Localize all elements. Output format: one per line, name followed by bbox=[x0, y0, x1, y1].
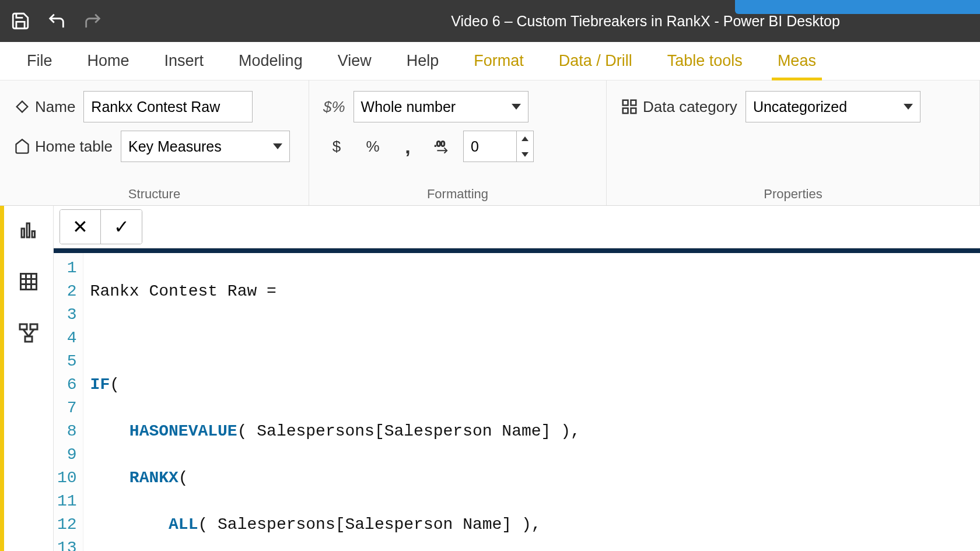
model-view-button[interactable] bbox=[15, 319, 43, 347]
svg-rect-3 bbox=[623, 108, 628, 114]
undo-button[interactable] bbox=[47, 11, 66, 31]
tab-measure-tools[interactable]: Meas bbox=[775, 47, 818, 80]
tab-file[interactable]: File bbox=[24, 47, 55, 80]
quick-access-toolbar bbox=[10, 11, 103, 31]
measure-name-input[interactable] bbox=[83, 91, 253, 122]
tab-table-tools[interactable]: Table tools bbox=[665, 47, 745, 80]
svg-rect-4 bbox=[631, 108, 636, 114]
svg-rect-6 bbox=[27, 223, 30, 237]
decimal-places-spinner[interactable] bbox=[463, 131, 534, 162]
svg-line-17 bbox=[29, 329, 34, 336]
code-keyword: IF bbox=[90, 375, 110, 394]
svg-rect-2 bbox=[631, 100, 636, 106]
line-number: 1 bbox=[57, 257, 77, 280]
chevron-down-icon bbox=[273, 143, 282, 149]
tab-format[interactable]: Format bbox=[471, 47, 526, 80]
decimal-places-input[interactable] bbox=[464, 138, 516, 155]
home-table-select[interactable]: Key Measures bbox=[121, 131, 290, 162]
main-area: ✕ ✓ 1 2 3 4 5 6 7 8 9 10 11 12 13 Rankx … bbox=[0, 206, 980, 551]
line-number: 9 bbox=[57, 443, 77, 466]
code-text: ( bbox=[178, 469, 188, 487]
redo-button[interactable] bbox=[83, 11, 103, 31]
formula-toolbar: ✕ ✓ bbox=[54, 206, 980, 248]
group-label-properties: Properties bbox=[621, 183, 965, 202]
commit-formula-button[interactable]: ✓ bbox=[101, 210, 142, 244]
code-text: ( Salespersons[Salesperson Name] ), bbox=[237, 422, 580, 440]
code-text: ( Salespersons[Salesperson Name] ), bbox=[198, 515, 541, 534]
currency-button[interactable]: $ bbox=[323, 132, 352, 161]
home-table-value: Key Measures bbox=[128, 138, 222, 155]
line-number: 2 bbox=[57, 280, 77, 303]
svg-rect-7 bbox=[32, 231, 35, 238]
code-func: HASONEVALUE bbox=[130, 422, 237, 440]
line-number: 10 bbox=[57, 466, 77, 490]
cancel-formula-button[interactable]: ✕ bbox=[60, 210, 101, 244]
chevron-down-icon bbox=[512, 104, 521, 110]
data-view-button[interactable] bbox=[15, 268, 43, 296]
svg-line-16 bbox=[23, 329, 29, 336]
svg-rect-13 bbox=[20, 324, 27, 329]
home-table-label-text: Home table bbox=[35, 138, 113, 156]
report-view-button[interactable] bbox=[15, 216, 43, 244]
group-label-formatting: Formatting bbox=[323, 183, 592, 202]
tab-modeling[interactable]: Modeling bbox=[236, 47, 305, 80]
format-select[interactable]: Whole number bbox=[354, 91, 528, 122]
line-number: 12 bbox=[57, 513, 77, 536]
data-category-select[interactable]: Uncategorized bbox=[746, 91, 921, 122]
percent-button[interactable]: % bbox=[358, 132, 387, 161]
line-gutter: 1 2 3 4 5 6 7 8 9 10 11 12 13 bbox=[54, 253, 83, 551]
line-number: 8 bbox=[57, 420, 77, 443]
group-label-structure: Structure bbox=[14, 183, 295, 202]
dax-editor[interactable]: 1 2 3 4 5 6 7 8 9 10 11 12 13 Rankx Cont… bbox=[54, 248, 980, 551]
titlebar: Video 6 – Custom Tiebreakers in RankX - … bbox=[0, 0, 980, 42]
tab-home[interactable]: Home bbox=[85, 47, 132, 80]
line-number: 6 bbox=[57, 373, 77, 396]
spinner-up[interactable] bbox=[517, 131, 533, 146]
tab-help[interactable]: Help bbox=[404, 47, 442, 80]
code-func: RANKX bbox=[130, 469, 178, 487]
tab-data-drill[interactable]: Data / Drill bbox=[556, 47, 635, 80]
line-number: 11 bbox=[57, 490, 77, 513]
ribbon-group-properties: Data category Uncategorized Properties bbox=[607, 80, 980, 205]
home-table-label: Home table bbox=[14, 138, 113, 156]
view-switcher bbox=[4, 206, 54, 551]
svg-rect-5 bbox=[22, 229, 24, 237]
line-number: 4 bbox=[57, 327, 77, 350]
line-number: 3 bbox=[57, 303, 77, 327]
code-func: ALL bbox=[169, 515, 198, 534]
svg-rect-15 bbox=[25, 336, 32, 342]
format-icon: $% bbox=[323, 98, 345, 116]
code-text: ( bbox=[110, 375, 120, 394]
svg-rect-14 bbox=[30, 324, 37, 329]
data-category-label: Data category bbox=[621, 98, 737, 116]
svg-text:.00: .00 bbox=[435, 139, 445, 148]
svg-rect-1 bbox=[623, 100, 628, 106]
window-title: Video 6 – Custom Tiebreakers in RankX - … bbox=[451, 13, 840, 30]
ribbon-group-formatting: $% Whole number $ % , .00 Formatting bbox=[309, 80, 607, 205]
ribbon-group-structure: Name Home table Key Measures Structure bbox=[0, 80, 309, 205]
formula-editor: ✕ ✓ 1 2 3 4 5 6 7 8 9 10 11 12 13 Rankx … bbox=[54, 206, 980, 551]
svg-rect-8 bbox=[21, 274, 37, 290]
line-number: 5 bbox=[57, 350, 77, 373]
code-text: Rankx Contest Raw = bbox=[90, 282, 286, 300]
title-accent-bar bbox=[735, 0, 980, 14]
comma-button[interactable]: , bbox=[393, 132, 422, 161]
name-label-text: Name bbox=[35, 98, 75, 116]
spinner-down[interactable] bbox=[517, 146, 533, 162]
save-button[interactable] bbox=[10, 11, 30, 31]
line-number: 7 bbox=[57, 396, 77, 420]
tab-insert[interactable]: Insert bbox=[162, 47, 206, 80]
code-lines[interactable]: Rankx Contest Raw = IF( HASONEVALUE( Sal… bbox=[83, 253, 587, 551]
data-category-label-text: Data category bbox=[643, 98, 737, 116]
data-category-value: Uncategorized bbox=[753, 99, 847, 115]
name-label: Name bbox=[14, 98, 75, 116]
decimal-button[interactable]: .00 bbox=[428, 132, 457, 161]
format-value: Whole number bbox=[361, 99, 456, 115]
chevron-down-icon bbox=[904, 104, 913, 110]
ribbon-tabs: File Home Insert Modeling View Help Form… bbox=[0, 42, 980, 80]
ribbon-body: Name Home table Key Measures Structure $… bbox=[0, 80, 980, 206]
tab-view[interactable]: View bbox=[335, 47, 374, 80]
line-number: 13 bbox=[57, 536, 77, 551]
